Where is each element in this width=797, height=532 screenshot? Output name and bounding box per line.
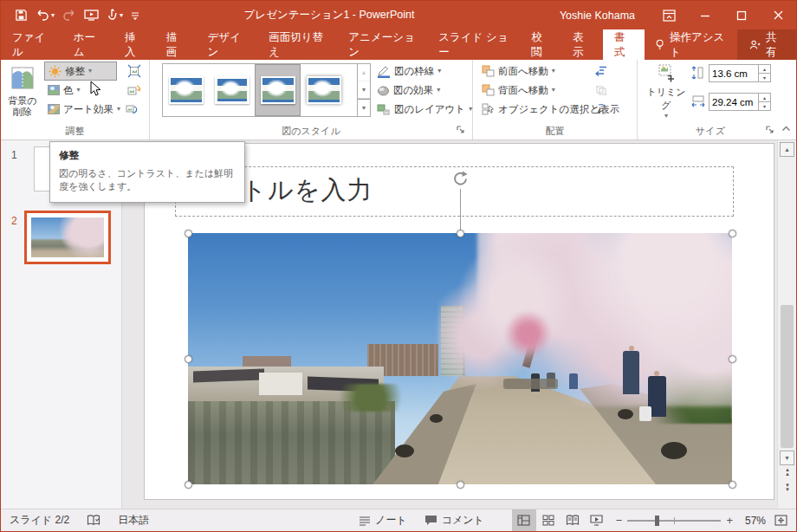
- shape-width-input[interactable]: [710, 94, 758, 110]
- zoom-slider-thumb[interactable]: [655, 516, 659, 526]
- tell-me-assist[interactable]: 操作アシスト: [645, 29, 737, 60]
- style-thumb-1[interactable]: [163, 64, 209, 116]
- crop-label: トリミング: [646, 86, 686, 112]
- rotate-caret[interactable]: ▾: [608, 106, 612, 113]
- picture-border-button[interactable]: 図の枠線 ▾: [373, 62, 444, 81]
- normal-view-icon: [517, 515, 530, 526]
- scrollbar-thumb[interactable]: [781, 305, 794, 448]
- width-spin-up[interactable]: ▴: [759, 94, 770, 102]
- group-objects-icon: [595, 85, 607, 96]
- view-slide-sorter-button[interactable]: [536, 509, 560, 531]
- next-slide-button[interactable]: ▼▼: [781, 482, 794, 494]
- align-caret[interactable]: ▾: [608, 68, 612, 75]
- tab-transitions[interactable]: 画面切り替え: [257, 29, 337, 60]
- reset-picture-caret[interactable]: ▾: [139, 106, 142, 113]
- spell-check-status[interactable]: [78, 509, 109, 531]
- language-status[interactable]: 日本語: [109, 509, 158, 531]
- picture-styles-dialog-launcher[interactable]: [457, 126, 467, 136]
- height-spin-down[interactable]: ▾: [759, 74, 770, 81]
- powerpoint-window: ▾ ▾ プレゼンテーション1 - PowerPoint Yoshie Koham…: [0, 0, 797, 532]
- scroll-up-button[interactable]: ▲: [780, 142, 794, 157]
- slide-2-thumbnail-selected[interactable]: [24, 211, 111, 264]
- tab-file[interactable]: ファイル: [1, 29, 62, 60]
- color-button[interactable]: 色 ▾: [44, 81, 84, 100]
- gallery-scroll-up[interactable]: ▲: [358, 64, 370, 81]
- tab-design[interactable]: デザイン: [197, 29, 258, 60]
- title-bar: ▾ ▾ プレゼンテーション1 - PowerPoint Yoshie Koham…: [1, 1, 796, 29]
- style-thumb-2[interactable]: [209, 64, 255, 116]
- picture-effects-button[interactable]: 図の効果 ▾: [373, 81, 444, 100]
- corrections-button[interactable]: 修整 ▾: [44, 62, 117, 81]
- comments-button[interactable]: コメント: [416, 509, 493, 531]
- fit-slide-to-window-button[interactable]: [771, 509, 796, 531]
- slideshow-view-icon: [590, 515, 603, 526]
- rotate-objects-button[interactable]: ▾: [594, 100, 613, 119]
- gallery-scroll-down[interactable]: ▼: [358, 81, 370, 99]
- bring-forward-button[interactable]: 前面へ移動 ▾: [478, 62, 559, 81]
- handle-top-right[interactable]: [729, 230, 736, 237]
- style-thumb-4[interactable]: [301, 64, 347, 116]
- tab-slideshow[interactable]: スライド ショー: [427, 29, 520, 60]
- zoom-in-button[interactable]: +: [726, 514, 733, 527]
- tab-view[interactable]: 表示: [561, 29, 603, 60]
- align-button[interactable]: ▾: [594, 62, 613, 81]
- width-spin-down[interactable]: ▾: [759, 102, 770, 110]
- rotate-handle[interactable]: [451, 170, 470, 191]
- tab-home[interactable]: ホーム: [62, 29, 113, 60]
- share-button[interactable]: 共有: [737, 29, 796, 60]
- picture-effects-icon: [377, 84, 390, 97]
- handle-middle-left[interactable]: [185, 355, 192, 363]
- view-normal-button[interactable]: [512, 509, 536, 531]
- notes-button[interactable]: ノート: [350, 509, 416, 531]
- reset-picture-button[interactable]: ▾: [125, 100, 144, 119]
- picture-border-icon: [377, 65, 391, 78]
- picture-cherry-blossom-park[interactable]: [188, 233, 732, 484]
- tab-review[interactable]: 校閲: [520, 29, 561, 60]
- tab-format-active[interactable]: 書式: [603, 29, 645, 60]
- send-backward-icon: [482, 84, 495, 96]
- handle-bottom-right[interactable]: [729, 481, 736, 489]
- picture-layout-button[interactable]: 図のレイアウト ▾: [373, 100, 476, 119]
- style-thumb-3-selected[interactable]: [255, 64, 301, 116]
- view-slideshow-button[interactable]: [585, 509, 609, 531]
- zoom-slider-track[interactable]: [627, 520, 721, 522]
- gallery-more-button[interactable]: ▼: [358, 99, 370, 116]
- shape-height-input[interactable]: [710, 65, 758, 81]
- send-backward-button[interactable]: 背面へ移動 ▾: [478, 81, 559, 100]
- handle-top-left[interactable]: [185, 230, 192, 237]
- signed-in-user[interactable]: Yoshie Kohama: [544, 10, 651, 22]
- compress-pictures-button[interactable]: [125, 62, 144, 81]
- status-bar: スライド 2/2 日本語 ノート コメント −: [1, 509, 796, 531]
- crop-button[interactable]: トリミング ▾: [646, 62, 686, 120]
- view-reading-button[interactable]: [560, 509, 585, 531]
- ribbon-format-contextual: 背景の 削除 修整 ▾ 色 ▾ アート効果 ▾: [1, 60, 796, 140]
- handle-top-middle[interactable]: [457, 230, 464, 237]
- minimize-button[interactable]: [687, 1, 723, 29]
- comments-label: コメント: [442, 513, 484, 528]
- tab-draw[interactable]: 描画: [155, 29, 197, 60]
- tab-insert[interactable]: 挿入: [113, 29, 155, 60]
- tab-animations[interactable]: アニメーション: [337, 29, 427, 60]
- handle-bottom-left[interactable]: [185, 481, 192, 489]
- zoom-out-button[interactable]: −: [616, 514, 623, 527]
- height-spin-up[interactable]: ▴: [759, 65, 770, 74]
- slide-indicator[interactable]: スライド 2/2: [1, 509, 78, 531]
- slide-1-number: 1: [11, 149, 17, 161]
- maximize-button[interactable]: [723, 1, 760, 29]
- scroll-down-button[interactable]: ▼: [780, 451, 794, 465]
- artistic-effects-button[interactable]: アート効果 ▾: [44, 100, 124, 119]
- handle-bottom-middle[interactable]: [457, 481, 464, 489]
- collapse-ribbon-button[interactable]: [781, 122, 791, 134]
- corrections-sun-icon: [49, 65, 62, 78]
- change-picture-button[interactable]: [125, 81, 144, 100]
- remove-background-icon: [11, 67, 34, 89]
- group-objects-button: ▾: [594, 81, 613, 100]
- zoom-percentage[interactable]: 57%: [740, 509, 771, 531]
- lightbulb-icon: [655, 38, 664, 51]
- handle-middle-right[interactable]: [729, 355, 736, 363]
- previous-slide-button[interactable]: ▲▲: [781, 466, 794, 478]
- size-dialog-launcher[interactable]: [766, 126, 776, 136]
- artistic-effects-icon: [48, 104, 60, 114]
- close-button[interactable]: [760, 1, 796, 29]
- ribbon-display-options-button[interactable]: [651, 1, 687, 29]
